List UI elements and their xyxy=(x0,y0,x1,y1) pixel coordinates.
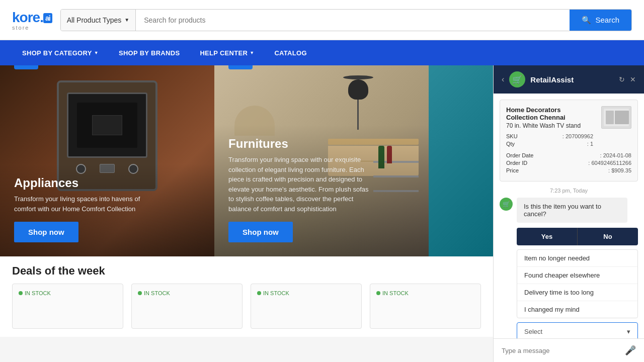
chat-back-button[interactable]: ‹ xyxy=(502,75,504,84)
banner-appliances: Appliances Transform your living spaces … xyxy=(0,65,214,256)
deal-card-3: IN STOCK xyxy=(251,284,362,329)
logo-ai: ai xyxy=(43,13,52,23)
order-card-details: Home Decorators Collection Chennai 70 in… xyxy=(506,106,593,148)
banner-appliances-title: Appliances xyxy=(14,176,200,190)
order-card-content: Home Decorators Collection Chennai 70 in… xyxy=(506,106,631,148)
banner-appliances-overlay: Appliances Transform your living spaces … xyxy=(0,164,214,256)
deals-section: Deals of the week IN STOCK IN STOCK xyxy=(0,256,493,337)
cancel-option-2[interactable]: Found cheaper elsewhere xyxy=(517,267,637,284)
yesno-row: Yes No xyxy=(517,228,638,245)
in-stock-dot xyxy=(19,291,23,295)
chat-footer: 🎤 xyxy=(494,338,644,362)
order-date-row: Order Date : 2024-01-08 xyxy=(506,152,631,158)
in-stock-badge-2: IN STOCK xyxy=(138,290,236,296)
order-extra-details: Order Date : 2024-01-08 Order ID : 60492… xyxy=(506,152,631,173)
search-btn-label: Search xyxy=(595,16,619,24)
order-product-image xyxy=(601,106,631,129)
logo: kore.ai store xyxy=(12,10,52,31)
deal-card-2: IN STOCK xyxy=(131,284,243,329)
order-price-value: : $909.35 xyxy=(608,167,631,173)
chevron-down-icon: ▼ xyxy=(124,17,129,23)
cancel-option-3[interactable]: Delivery time is too long xyxy=(517,284,637,301)
bot-bubble-avatar: 🛒 xyxy=(500,198,513,211)
banners-row: Appliances Transform your living spaces … xyxy=(0,65,493,256)
product-type-dropdown[interactable]: All Product Types ▼ xyxy=(61,10,136,31)
header: kore.ai store All Product Types ▼ 🔍 Sear… xyxy=(0,0,644,40)
order-card: Home Decorators Collection Chennai 70 in… xyxy=(500,100,638,182)
nav-item-shop-by-brands[interactable]: SHOP BY BRANDS xyxy=(109,40,190,65)
search-bar: All Product Types ▼ 🔍 Search xyxy=(60,9,632,31)
in-stock-dot xyxy=(376,291,380,295)
in-stock-dot xyxy=(257,291,261,295)
close-icon[interactable]: ✕ xyxy=(630,75,636,83)
deals-title: Deals of the week xyxy=(12,264,481,278)
cancel-option-4[interactable]: I changed my mind xyxy=(517,301,637,318)
logo-main: kore. xyxy=(12,10,43,25)
order-price-row: Price : $909.35 xyxy=(506,167,631,173)
select-placeholder: Select xyxy=(524,328,542,335)
order-product-name: Home Decorators Collection Chennai xyxy=(506,106,593,121)
chevron-down-icon: ▼ xyxy=(94,50,99,55)
bot-name: RetailAssist xyxy=(530,75,614,84)
select-dropdown[interactable]: Select ▾ xyxy=(517,322,638,338)
bot-bubble: Is this the item you want to cancel? xyxy=(517,198,627,223)
logo-text: kore.ai xyxy=(12,10,52,26)
banner-furniture-shop-btn[interactable]: Shop now xyxy=(228,222,293,242)
order-sku-row: SKU : 207009962 xyxy=(506,133,593,139)
nav-item-shop-by-category[interactable]: SHOP BY CATEGORY ▼ xyxy=(12,40,109,65)
banner-furniture: Furnitures Transform your living space w… xyxy=(214,65,429,256)
svg-rect-2 xyxy=(606,111,614,124)
banner-tab-indicator xyxy=(14,65,38,69)
chat-timestamp: 7:23 pm, Today xyxy=(500,188,638,194)
banner-tab-indicator-2 xyxy=(228,65,253,69)
order-id-value: : 6049246511266 xyxy=(588,160,631,166)
order-date-value: : 2024-01-08 xyxy=(600,152,631,158)
chat-panel: ‹ 🛒 RetailAssist ↻ ✕ Home Decorators Col… xyxy=(493,65,644,362)
order-qty-row: Qty : 1 xyxy=(506,141,593,147)
navigation: SHOP BY CATEGORY ▼ SHOP BY BRANDS HELP C… xyxy=(0,40,644,65)
cancel-option-1[interactable]: Item no longer needed xyxy=(517,250,637,267)
banner-appliances-shop-btn[interactable]: Shop now xyxy=(14,222,78,242)
chevron-down-icon: ▼ xyxy=(250,50,254,55)
cancel-options-list: Item no longer needed Found cheaper else… xyxy=(517,249,638,318)
banner-furniture-title: Furnitures xyxy=(228,137,415,151)
message-input[interactable] xyxy=(502,347,620,354)
bot-avatar: 🛒 xyxy=(509,71,525,87)
chat-body[interactable]: Home Decorators Collection Chennai 70 in… xyxy=(494,94,644,338)
order-sku-value: : 207009962 xyxy=(562,133,593,139)
deal-card-4: IN STOCK xyxy=(370,284,481,329)
select-row: Select ▾ xyxy=(517,322,638,338)
banner-furniture-desc: Transform your living space with our exq… xyxy=(228,155,369,214)
main-content: Appliances Transform your living spaces … xyxy=(0,65,644,362)
logo-store: store xyxy=(12,25,29,31)
deal-card-1: IN STOCK xyxy=(12,284,123,329)
order-product-sub: 70 in. White Wash TV stand xyxy=(506,122,593,129)
search-button[interactable]: 🔍 Search xyxy=(570,10,631,31)
banner-furniture-overlay: Furnitures Transform your living space w… xyxy=(214,125,429,256)
in-stock-badge-4: IN STOCK xyxy=(376,290,474,296)
banner-third xyxy=(429,65,493,256)
nav-item-catalog[interactable]: CATALOG xyxy=(264,40,316,65)
chevron-down-icon: ▾ xyxy=(627,328,630,335)
refresh-icon[interactable]: ↻ xyxy=(619,75,625,83)
in-stock-badge-1: IN STOCK xyxy=(19,290,117,296)
in-stock-badge-3: IN STOCK xyxy=(257,290,355,296)
page-content: Appliances Transform your living spaces … xyxy=(0,65,493,362)
yes-button[interactable]: Yes xyxy=(517,228,577,245)
deals-row: IN STOCK IN STOCK IN STOCK xyxy=(12,284,481,329)
search-icon: 🔍 xyxy=(582,16,591,25)
no-button[interactable]: No xyxy=(577,228,638,245)
product-type-label: All Product Types xyxy=(67,16,122,24)
nav-item-help-center[interactable]: HELP CENTER ▼ xyxy=(190,40,264,65)
chat-header-actions: ↻ ✕ xyxy=(619,75,636,83)
search-input[interactable] xyxy=(136,10,570,31)
chat-header: ‹ 🛒 RetailAssist ↻ ✕ xyxy=(494,65,644,94)
banner-appliances-desc: Transform your living spaces into havens… xyxy=(14,194,155,214)
microphone-icon[interactable]: 🎤 xyxy=(625,345,636,356)
order-qty-value: : 1 xyxy=(587,141,593,147)
svg-rect-3 xyxy=(615,111,629,124)
order-id-row: Order ID : 6049246511266 xyxy=(506,160,631,166)
bot-message-row: 🛒 Is this the item you want to cancel? xyxy=(500,198,638,223)
in-stock-dot xyxy=(138,291,142,295)
